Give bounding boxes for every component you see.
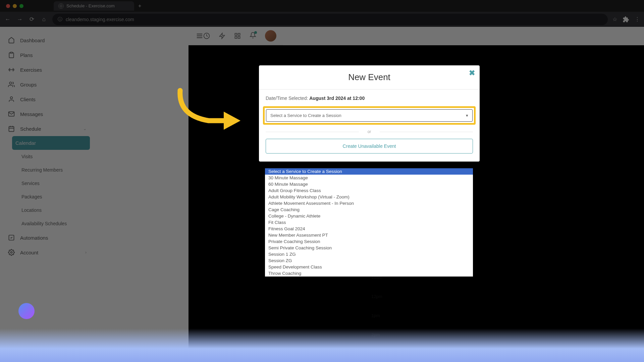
- notification-dot: [254, 31, 257, 34]
- notifications-button[interactable]: [250, 32, 256, 40]
- sidebar-item-label: Plans: [20, 52, 33, 58]
- or-divider: or: [266, 129, 473, 134]
- sidebar-item-groups[interactable]: Groups: [5, 77, 90, 92]
- sidebar-subitem-services[interactable]: Services: [18, 177, 90, 190]
- maximize-window-button[interactable]: [19, 4, 23, 8]
- close-window-button[interactable]: [6, 4, 10, 8]
- browser-tab[interactable]: Schedule - Exercise.com: [54, 1, 134, 11]
- site-info-icon[interactable]: ⓘ: [58, 16, 62, 22]
- topbar-actions: [203, 30, 276, 42]
- dropdown-option[interactable]: Fitness Goal 2024: [265, 226, 473, 232]
- chevron-down-icon: ▾: [466, 113, 468, 118]
- bookmark-icon[interactable]: ☆: [612, 16, 617, 22]
- minimize-window-button[interactable]: [13, 4, 17, 8]
- svg-rect-12: [238, 37, 240, 39]
- sidebar-item-label: Clients: [20, 97, 36, 102]
- user-avatar[interactable]: [265, 30, 276, 42]
- browser-actions: ☆ ⋮: [612, 16, 640, 23]
- dropdown-option[interactable]: Private Coaching Session: [265, 238, 473, 245]
- home-button[interactable]: ⌂: [40, 16, 48, 23]
- sidebar-subitem-calendar[interactable]: Calendar: [12, 136, 90, 150]
- sidebar-item-label: Automations: [20, 235, 48, 241]
- service-select[interactable]: Select a Service to Create a Session ▾: [266, 109, 473, 122]
- dropdown-option[interactable]: Athlete Movement Assessment - In Person: [265, 200, 473, 206]
- date-prefix: Date/Time Selected:: [266, 96, 309, 101]
- forward-button[interactable]: →: [16, 16, 23, 23]
- sidebar-item-plans[interactable]: Plans: [5, 48, 90, 62]
- date-time-selected: Date/Time Selected: August 3rd 2024 at 1…: [266, 96, 473, 101]
- lightning-icon[interactable]: [219, 33, 225, 39]
- dropdown-option[interactable]: Cage Coaching: [265, 206, 473, 213]
- sidebar-subitem-recurring-members[interactable]: Recurring Members: [18, 163, 90, 177]
- select-highlight-box: Select a Service to Create a Session ▾: [263, 106, 476, 125]
- sidebar-item-label: Dashboard: [20, 38, 45, 43]
- sidebar-subitem-locations[interactable]: Locations: [18, 203, 90, 217]
- svg-point-7: [11, 252, 12, 253]
- new-tab-button[interactable]: +: [138, 3, 141, 9]
- check-icon: [8, 234, 15, 241]
- dropdown-option[interactable]: Select a Service to Create a Session: [265, 168, 473, 175]
- svg-rect-5: [9, 126, 14, 131]
- tab-bar: Schedule - Exercise.com +: [0, 0, 644, 12]
- sidebar-item-schedule[interactable]: Schedule⌄: [5, 121, 90, 136]
- svg-point-2: [9, 82, 12, 84]
- back-button[interactable]: ←: [4, 16, 11, 23]
- sidebar-item-clients[interactable]: Clients: [5, 92, 90, 107]
- mail-icon: [8, 111, 15, 117]
- create-unavailable-button[interactable]: Create Unavailable Event: [266, 139, 473, 154]
- dropdown-option[interactable]: 30 Minute Massage: [265, 175, 473, 181]
- date-value: August 3rd 2024 at 12:00: [309, 96, 365, 101]
- sidebar-subitem-availability-schedules[interactable]: Availability Schedules: [18, 217, 90, 230]
- sidebar-subitem-visits[interactable]: Visits: [18, 150, 90, 163]
- sidebar-subitem-packages[interactable]: Packages: [18, 190, 90, 203]
- gear-icon: [8, 249, 15, 256]
- grid-icon[interactable]: [234, 33, 241, 39]
- modal-title: New Event: [266, 72, 473, 82]
- sidebar-item-exercises[interactable]: Exercises: [5, 62, 90, 77]
- window-controls: [6, 4, 23, 8]
- sidebar-item-automations[interactable]: Automations: [5, 230, 90, 245]
- sidebar-item-account[interactable]: Account›: [5, 245, 90, 260]
- url-text: cleandemo.staging.exercise.com: [66, 17, 134, 22]
- extensions-icon[interactable]: [623, 16, 629, 23]
- sidebar-item-label: Messages: [20, 111, 43, 117]
- dropdown-option[interactable]: Session 1 ZG: [265, 251, 473, 257]
- sidebar-item-label: Exercises: [20, 67, 42, 73]
- dropdown-option[interactable]: Adult Group Fitness Class: [265, 187, 473, 194]
- dropdown-option[interactable]: College - Dynamic Athlete: [265, 213, 473, 219]
- menu-toggle-icon[interactable]: [196, 32, 203, 40]
- sidebar-item-label: Schedule: [20, 126, 41, 132]
- home-icon: [8, 37, 15, 44]
- dropdown-option[interactable]: Throw Coaching: [265, 270, 473, 277]
- sidebar-item-label: Groups: [20, 82, 37, 87]
- svg-rect-10: [238, 34, 240, 36]
- dropdown-option[interactable]: New Member Assessment PT: [265, 232, 473, 238]
- new-event-modal: New Event ✖ Date/Time Selected: August 3…: [259, 65, 480, 162]
- calendar-icon: [8, 125, 15, 132]
- dropdown-option[interactable]: 60 Minute Massage: [265, 181, 473, 187]
- reload-button[interactable]: ⟳: [28, 16, 36, 23]
- chevron-right-icon: ›: [85, 250, 87, 255]
- sidebar-item-label: Account: [20, 250, 38, 255]
- dropdown-option[interactable]: Adult Mobility Workshop (Virtual - Zoom): [265, 194, 473, 200]
- clipboard-icon: [8, 52, 15, 58]
- topbar: [189, 27, 283, 45]
- close-icon[interactable]: ✖: [469, 69, 475, 77]
- sidebar-item-dashboard[interactable]: Dashboard: [5, 33, 90, 48]
- url-bar: ← → ⟳ ⌂ ⓘ cleandemo.staging.exercise.com…: [0, 12, 644, 27]
- dropdown-option[interactable]: Session ZG: [265, 257, 473, 264]
- dropdown-option[interactable]: Semi Private Coaching Session: [265, 245, 473, 251]
- sidebar: DashboardPlansExercisesGroupsClientsMess…: [0, 27, 95, 362]
- modal-header: New Event ✖: [259, 65, 480, 89]
- dropdown-option[interactable]: Fit Class: [265, 219, 473, 226]
- time-label: 1pm: [371, 313, 382, 318]
- menu-icon[interactable]: ⋮: [635, 16, 640, 22]
- user-icon: [8, 96, 15, 103]
- help-widget[interactable]: [18, 303, 35, 319]
- sidebar-item-messages[interactable]: Messages: [5, 107, 90, 121]
- clock-icon[interactable]: [203, 33, 210, 39]
- dropdown-option[interactable]: Speed Development Class: [265, 264, 473, 270]
- url-input[interactable]: ⓘ cleandemo.staging.exercise.com: [52, 14, 608, 25]
- svg-rect-9: [235, 34, 237, 36]
- browser-chrome: Schedule - Exercise.com + ← → ⟳ ⌂ ⓘ clea…: [0, 0, 644, 27]
